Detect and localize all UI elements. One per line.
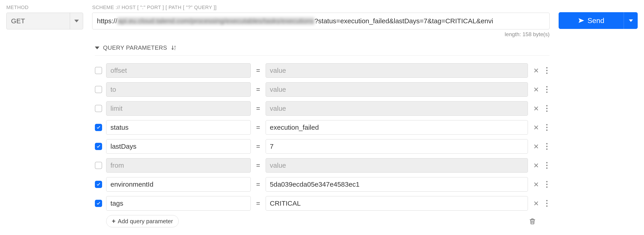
method-select[interactable]: GET bbox=[6, 13, 83, 30]
param-name-input[interactable] bbox=[106, 139, 251, 154]
param-name-input[interactable] bbox=[106, 177, 251, 192]
param-value-input[interactable] bbox=[266, 158, 528, 173]
param-row: =✕ bbox=[95, 120, 550, 135]
chevron-down-icon bbox=[74, 20, 79, 22]
add-query-param-label: Add query parameter bbox=[118, 218, 173, 225]
param-row: =✕ bbox=[95, 63, 550, 78]
url-label: SCHEME :// HOST [ ":" PORT ] [ PATH [ "?… bbox=[92, 4, 550, 10]
remove-param-button[interactable]: ✕ bbox=[532, 124, 540, 132]
param-value-input[interactable] bbox=[266, 139, 528, 154]
param-value-input[interactable] bbox=[266, 63, 528, 78]
param-name-input[interactable] bbox=[106, 82, 251, 97]
svg-text:A: A bbox=[174, 45, 176, 48]
param-name-input[interactable] bbox=[106, 196, 251, 210]
param-enabled-checkbox[interactable] bbox=[95, 86, 102, 93]
plus-icon: + bbox=[112, 218, 116, 225]
url-text: https://api.eu.cloud.talend.com/processi… bbox=[97, 17, 493, 25]
remove-param-button[interactable]: ✕ bbox=[532, 104, 540, 112]
param-enabled-checkbox[interactable] bbox=[95, 200, 102, 207]
equals-sign: = bbox=[256, 162, 260, 169]
delete-all-params-button[interactable] bbox=[529, 218, 536, 225]
equals-sign: = bbox=[256, 86, 260, 93]
query-params-header[interactable]: QUERY PARAMETERS A Z bbox=[95, 42, 550, 56]
paper-plane-icon bbox=[578, 18, 584, 24]
param-enabled-checkbox[interactable] bbox=[95, 67, 102, 74]
remove-param-button[interactable]: ✕ bbox=[532, 86, 540, 94]
query-params-title: QUERY PARAMETERS bbox=[103, 44, 167, 51]
remove-param-button[interactable]: ✕ bbox=[532, 161, 540, 170]
url-suffix: ?status=execution_failed&lastDays=7&tag=… bbox=[314, 17, 493, 25]
param-value-input[interactable] bbox=[266, 196, 528, 210]
param-more-menu[interactable] bbox=[544, 124, 550, 131]
send-button[interactable]: Send bbox=[558, 12, 624, 29]
svg-text:Z: Z bbox=[174, 48, 176, 50]
param-name-input[interactable] bbox=[106, 101, 251, 116]
param-more-menu[interactable] bbox=[544, 86, 550, 93]
url-input[interactable]: https://api.eu.cloud.talend.com/processi… bbox=[92, 13, 550, 30]
param-more-menu[interactable] bbox=[544, 162, 550, 169]
remove-param-button[interactable]: ✕ bbox=[532, 180, 540, 188]
equals-sign: = bbox=[256, 180, 260, 188]
param-name-input[interactable] bbox=[106, 63, 251, 78]
sort-az-icon[interactable]: A Z bbox=[171, 45, 177, 51]
param-more-menu[interactable] bbox=[544, 67, 550, 74]
send-label: Send bbox=[588, 16, 604, 25]
param-row: =✕ bbox=[95, 158, 550, 173]
param-enabled-checkbox[interactable] bbox=[95, 124, 102, 131]
param-row: =✕ bbox=[95, 82, 550, 97]
param-enabled-checkbox[interactable] bbox=[95, 143, 102, 150]
param-name-input[interactable] bbox=[106, 120, 251, 135]
collapse-icon bbox=[95, 46, 100, 49]
param-row: =✕ bbox=[95, 139, 550, 154]
param-value-input[interactable] bbox=[266, 177, 528, 192]
equals-sign: = bbox=[256, 200, 260, 207]
url-prefix: https:// bbox=[97, 17, 117, 25]
param-row: =✕ bbox=[95, 101, 550, 116]
add-query-param-button[interactable]: + Add query parameter bbox=[106, 215, 179, 227]
param-more-menu[interactable] bbox=[544, 200, 550, 207]
param-more-menu[interactable] bbox=[544, 143, 550, 150]
param-more-menu[interactable] bbox=[544, 105, 550, 112]
param-enabled-checkbox[interactable] bbox=[95, 181, 102, 188]
param-enabled-checkbox[interactable] bbox=[95, 162, 102, 169]
param-row: =✕ bbox=[95, 177, 550, 192]
send-dropdown[interactable] bbox=[624, 12, 638, 29]
method-value: GET bbox=[6, 13, 70, 29]
equals-sign: = bbox=[256, 104, 260, 112]
param-name-input[interactable] bbox=[106, 158, 251, 173]
param-value-input[interactable] bbox=[266, 82, 528, 97]
equals-sign: = bbox=[256, 67, 260, 74]
param-value-input[interactable] bbox=[266, 101, 528, 116]
method-label: METHOD bbox=[6, 4, 83, 10]
param-value-input[interactable] bbox=[266, 120, 528, 135]
chevron-down-icon bbox=[629, 20, 633, 22]
param-row: =✕ bbox=[95, 196, 550, 210]
url-blurred-host: api.eu.cloud.talend.com/processing/execu… bbox=[117, 17, 314, 25]
remove-param-button[interactable]: ✕ bbox=[532, 199, 540, 208]
url-length-note: length: 158 byte(s) bbox=[92, 31, 550, 38]
equals-sign: = bbox=[256, 124, 260, 131]
equals-sign: = bbox=[256, 142, 260, 150]
param-enabled-checkbox[interactable] bbox=[95, 105, 102, 112]
param-more-menu[interactable] bbox=[544, 181, 550, 188]
remove-param-button[interactable]: ✕ bbox=[532, 142, 540, 150]
method-chevron[interactable] bbox=[70, 13, 83, 29]
remove-param-button[interactable]: ✕ bbox=[532, 66, 540, 74]
